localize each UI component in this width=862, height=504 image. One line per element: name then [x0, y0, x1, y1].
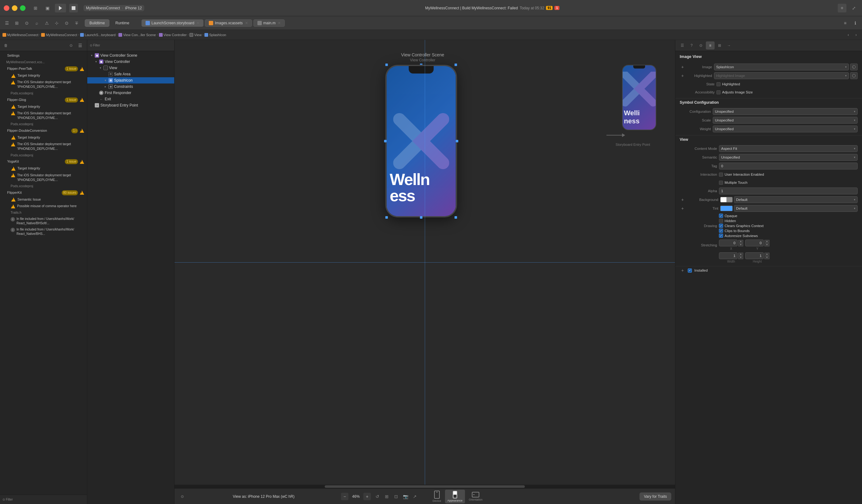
refresh-icon[interactable]: ↺ — [373, 492, 381, 501]
accessibility-checkbox[interactable] — [717, 90, 720, 94]
list-item[interactable]: The iOS Simulator deployment target 'IPH… — [0, 110, 87, 121]
minimize-button[interactable] — [12, 5, 17, 11]
nav-item-safearea[interactable]: ⊡ Safe Area — [87, 71, 174, 77]
stretching-y-field[interactable]: 0 — [745, 240, 764, 247]
list-item[interactable]: MyWellnessConnect.xco... — [0, 59, 87, 65]
selection-handle-right[interactable] — [456, 140, 458, 142]
list-item[interactable]: Flipper-DoubleConversion 1 i — [0, 128, 87, 134]
add-tint-button[interactable]: + — [680, 205, 685, 211]
scheme-selector[interactable]: MyWellnessConnect › iPhone 12 — [83, 5, 144, 11]
disclosure-splashicon[interactable] — [103, 79, 107, 82]
stretching-y-stepper[interactable]: ▲ ▼ — [765, 240, 769, 247]
stepper-up[interactable]: ▲ — [738, 240, 743, 243]
canvas-settings-icon[interactable]: ⊙ — [178, 492, 186, 501]
add-background-button[interactable]: + — [680, 197, 685, 202]
vary-traits-button[interactable]: Vary for Traits — [640, 492, 671, 501]
opaque-checkbox[interactable] — [719, 214, 723, 218]
selection-handle-tl[interactable] — [386, 64, 388, 66]
file-hierarchy-icon[interactable]: ⊞ — [12, 19, 21, 27]
add-tab-button[interactable]: + — [838, 4, 846, 12]
uie-checkbox[interactable] — [719, 173, 723, 177]
image-picker-icon[interactable]: i — [850, 64, 858, 70]
inspector-tab-size[interactable]: ⊞ — [715, 41, 724, 50]
selection-handle-left[interactable] — [384, 140, 387, 142]
mt-checkbox[interactable] — [719, 181, 723, 185]
fit-screen-icon[interactable]: ⊞ — [383, 492, 391, 501]
bc-vc[interactable]: View Controller — [159, 33, 187, 37]
image-select[interactable]: SplashIcon ▾ — [714, 64, 849, 70]
canvas-scrollbar[interactable] — [174, 485, 675, 488]
filter-icon[interactable]: ⊙ — [23, 19, 31, 27]
add-highlighted-button[interactable]: + — [680, 73, 685, 79]
background-select[interactable]: Default ▾ — [734, 196, 858, 203]
tab-buildtime[interactable]: Buildtime — [85, 19, 109, 27]
list-item[interactable]: Flipper-Glog 1 issue — [0, 96, 87, 103]
stepper-down[interactable]: ▼ — [765, 243, 769, 247]
list-item[interactable]: YogaKit 1 issue — [0, 158, 87, 165]
content-mode-select[interactable]: Aspect Fit ▾ — [719, 145, 858, 152]
add-image-button[interactable]: + — [680, 64, 685, 70]
stepper-up[interactable]: ▲ — [765, 253, 769, 256]
inspector-tab-attributes[interactable]: ≡ — [706, 41, 715, 50]
alpha-field[interactable]: 1 — [719, 187, 858, 194]
sidebar-toggle-icon[interactable]: ⊞ — [31, 4, 40, 12]
inspector-tab-quick[interactable]: ? — [687, 41, 696, 50]
hidden-checkbox[interactable] — [719, 219, 723, 223]
device-select-icon[interactable]: ⊡ — [392, 492, 400, 501]
tint-select[interactable]: Default ▾ — [734, 205, 858, 212]
search-icon[interactable]: ⌕ — [32, 19, 41, 27]
tab-runtime[interactable]: Runtime — [110, 19, 134, 27]
nav-item-view[interactable]: □ View — [87, 65, 174, 71]
inspector-list-icon[interactable]: ≡ — [841, 19, 850, 27]
stepper-up[interactable]: ▲ — [738, 253, 743, 256]
list-item[interactable]: Target Integrity — [0, 134, 87, 141]
inspector-icon[interactable]: ℹ — [851, 19, 860, 27]
bc-scene[interactable]: View Con...ller Scene — [118, 33, 156, 37]
nav-sidebar-icon[interactable]: ☰ — [2, 19, 11, 27]
clear-issues-button[interactable]: 🗑 — [2, 42, 9, 49]
installed-checkbox[interactable] — [688, 268, 692, 273]
config-select[interactable]: Unspecified ▾ — [713, 108, 858, 115]
state-checkbox[interactable] — [717, 82, 720, 86]
nav-item-vc[interactable]: ▣ View Controller — [87, 58, 174, 65]
stop-button[interactable] — [69, 4, 78, 12]
nav-item-ep[interactable]: → Storyboard Entry Point — [87, 102, 174, 108]
bc-prev-arrow[interactable]: ‹ — [845, 31, 852, 38]
filter-issues-icon[interactable]: ⊙ — [68, 42, 75, 49]
zoom-out-button[interactable]: − — [341, 493, 349, 500]
selection-handle-bottom[interactable] — [420, 216, 422, 219]
scale-select[interactable]: Unspecified ▾ — [713, 117, 858, 124]
nav-item-scene[interactable]: ◼ View Controller Scene — [87, 52, 174, 58]
stepper-down[interactable]: ▼ — [738, 243, 743, 247]
list-item[interactable]: Target Integrity — [0, 103, 87, 110]
device-chip-orientation[interactable]: Orientation — [466, 491, 485, 502]
device-chip-appearance[interactable]: Appearance — [445, 490, 465, 503]
tag-field[interactable]: 0 — [719, 163, 858, 170]
list-item[interactable]: The iOS Simulator deployment target 'IPH… — [0, 79, 87, 90]
device-chip-phone[interactable]: Device — [430, 489, 444, 504]
inspector-tab-connections[interactable]: → — [724, 41, 733, 50]
width-field[interactable]: 1 — [719, 252, 737, 259]
tab-mainm[interactable]: main.m ✕ — [253, 19, 285, 27]
inspector-tab-identity[interactable]: ⊙ — [696, 41, 705, 50]
stretching-x-field[interactable]: 0 — [719, 240, 737, 247]
warning-filter-icon[interactable]: ⚠ — [42, 19, 51, 27]
close-xcassets-icon[interactable]: ✕ — [245, 21, 248, 25]
height-stepper[interactable]: ▲ ▼ — [765, 253, 769, 259]
tab-xcassets[interactable]: Images.xcassets ✕ — [205, 19, 252, 27]
nav-item-responder[interactable]: R First Responder — [87, 90, 174, 96]
list-item[interactable]: Settings — [0, 52, 87, 59]
list-item[interactable]: Traits.h — [0, 209, 87, 216]
list-item[interactable]: Pods.xcodeproj — [0, 183, 87, 189]
add-installed-button[interactable]: + — [680, 268, 685, 273]
list-item[interactable]: Target Integrity — [0, 165, 87, 172]
run-button[interactable] — [55, 4, 66, 12]
list-item[interactable]: Semantic Issue — [0, 196, 87, 203]
width-stepper[interactable]: ▲ ▼ — [738, 253, 743, 259]
scroll-thumb[interactable] — [325, 485, 525, 488]
inspector-tab-file[interactable]: ☰ — [678, 41, 687, 50]
disclosure-vc[interactable] — [94, 60, 98, 64]
tab-storyboard[interactable]: LaunchScreen.storyboard ✕ — [142, 19, 204, 27]
config-icon[interactable]: ⊙ — [62, 19, 71, 27]
list-item[interactable]: Possible misuse of comma operator here — [0, 203, 87, 209]
